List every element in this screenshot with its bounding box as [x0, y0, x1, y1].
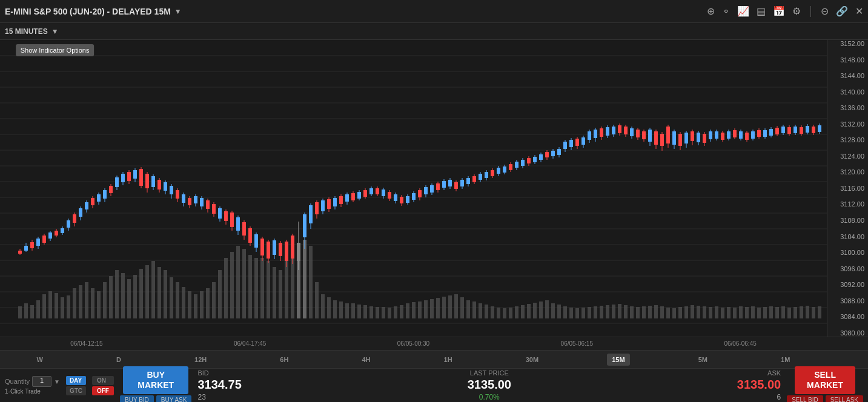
quantity-input[interactable]: 1	[32, 376, 51, 387]
price-level: 3144.00	[830, 72, 866, 79]
svg-rect-293	[442, 181, 446, 188]
period-btn-d[interactable]: D	[111, 354, 126, 366]
svg-rect-135	[721, 308, 724, 318]
svg-rect-130	[691, 305, 694, 318]
svg-rect-321	[527, 158, 531, 163]
svg-rect-38	[133, 275, 137, 318]
timeframe-dropdown-arrow[interactable]: ▼	[51, 27, 59, 36]
svg-rect-279	[400, 197, 403, 203]
buy-bid-button[interactable]: BUY BID	[120, 395, 154, 402]
svg-rect-233	[260, 239, 264, 255]
period-btn-30m[interactable]: 30M	[521, 354, 543, 366]
svg-rect-96	[485, 305, 488, 318]
gtc-button[interactable]: GTC	[66, 386, 86, 395]
svg-rect-101	[515, 306, 518, 318]
svg-rect-59	[260, 258, 264, 318]
period-btn-1h[interactable]: 1H	[439, 354, 457, 366]
svg-rect-71	[333, 300, 337, 318]
svg-rect-415	[812, 127, 815, 133]
on-button[interactable]: ON	[92, 376, 114, 385]
crosshair-icon[interactable]: ⊕	[707, 5, 715, 17]
buy-market-button[interactable]: BUY MARKET	[123, 366, 188, 394]
svg-rect-48	[194, 294, 197, 318]
link-icon[interactable]: 🔗	[836, 5, 848, 17]
quantity-row: Quantity 1 ▼	[5, 376, 60, 387]
svg-rect-141	[757, 308, 761, 318]
layers-icon[interactable]: ▤	[757, 5, 766, 17]
period-btn-15m[interactable]: 15M	[607, 354, 629, 366]
svg-rect-333	[563, 142, 567, 149]
svg-rect-136	[727, 307, 731, 318]
svg-rect-299	[460, 180, 464, 186]
svg-rect-411	[800, 127, 803, 134]
candlestick-chart[interactable]	[0, 40, 827, 337]
svg-rect-193	[139, 169, 143, 186]
price-level: 3120.00	[830, 168, 866, 176]
price-level: 3124.00	[830, 153, 866, 160]
sell-market-line2: MARKET	[807, 380, 843, 390]
svg-rect-211	[194, 196, 197, 203]
svg-rect-343	[594, 130, 597, 138]
svg-rect-231	[254, 234, 258, 248]
svg-rect-213	[200, 198, 204, 206]
period-btn-w[interactable]: W	[32, 354, 48, 366]
quantity-dropdown-arrow[interactable]: ▼	[54, 378, 60, 385]
period-btn-12h[interactable]: 12H	[190, 354, 211, 366]
off-button[interactable]: OFF	[92, 386, 114, 395]
svg-rect-173	[79, 208, 82, 217]
calendar-icon[interactable]: 📅	[773, 5, 785, 17]
svg-rect-289	[430, 185, 434, 193]
svg-rect-223	[230, 213, 234, 227]
chart-main[interactable]	[0, 40, 827, 337]
period-btn-6h[interactable]: 6H	[275, 354, 293, 366]
svg-rect-67	[309, 246, 313, 318]
buy-ask-button[interactable]: BUY ASK	[156, 395, 192, 402]
svg-rect-44	[170, 277, 173, 318]
svg-rect-122	[642, 306, 646, 318]
svg-rect-199	[157, 180, 161, 189]
sell-bid-button[interactable]: SELL BID	[787, 395, 823, 402]
svg-rect-90	[448, 295, 452, 318]
svg-rect-359	[642, 131, 646, 139]
line-chart-icon[interactable]: 📈	[737, 5, 749, 17]
svg-rect-249	[309, 205, 313, 223]
svg-rect-31	[91, 288, 94, 318]
svg-rect-151	[818, 306, 821, 318]
svg-rect-183	[109, 186, 113, 193]
svg-rect-108	[557, 305, 561, 318]
bid-count: 23	[197, 393, 246, 401]
ask-count: 6	[777, 393, 781, 401]
svg-rect-146	[787, 308, 791, 318]
period-btn-1m[interactable]: 1M	[776, 354, 795, 366]
svg-rect-62	[279, 270, 282, 318]
svg-rect-83	[406, 303, 409, 318]
svg-rect-41	[151, 261, 155, 318]
svg-rect-39	[139, 269, 143, 318]
period-btn-5m[interactable]: 5M	[694, 354, 712, 366]
svg-rect-263	[351, 193, 355, 200]
svg-rect-205	[176, 190, 179, 199]
sell-market-button[interactable]: SELL MARKET	[795, 366, 855, 394]
svg-rect-347	[606, 127, 609, 136]
svg-rect-109	[563, 306, 567, 318]
svg-rect-37	[127, 279, 131, 318]
settings-icon[interactable]: ⚙	[792, 5, 801, 17]
window-icon[interactable]: ⊝	[821, 5, 829, 17]
svg-rect-79	[382, 307, 385, 318]
close-icon[interactable]: ✕	[855, 5, 863, 17]
svg-rect-331	[557, 149, 561, 155]
svg-rect-82	[400, 305, 403, 318]
title-dropdown-arrow[interactable]: ▼	[174, 7, 182, 16]
svg-rect-142	[763, 307, 767, 318]
svg-rect-187	[121, 174, 125, 182]
svg-rect-144	[775, 307, 779, 318]
day-button[interactable]: DAY	[66, 376, 86, 385]
person-icon[interactable]: ⚬	[722, 5, 730, 17]
svg-rect-165	[55, 231, 58, 236]
svg-rect-70	[327, 297, 331, 318]
sell-ask-button[interactable]: SELL ASK	[826, 395, 863, 402]
svg-rect-60	[267, 261, 270, 318]
period-btn-4h[interactable]: 4H	[357, 354, 375, 366]
svg-rect-241	[285, 242, 288, 261]
price-level: 3152.00	[830, 40, 866, 47]
